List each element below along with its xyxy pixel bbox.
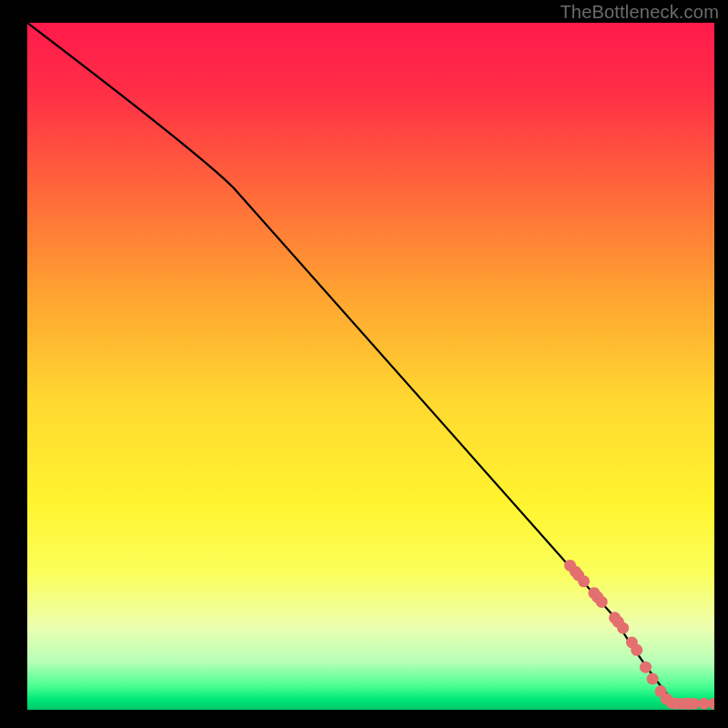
scatter-point bbox=[596, 596, 608, 608]
chart-frame: TheBottleneck.com bbox=[0, 0, 728, 728]
scatter-point bbox=[617, 622, 629, 634]
scatter-point bbox=[647, 673, 659, 685]
scatter-point bbox=[578, 575, 590, 587]
scatter-point bbox=[640, 662, 652, 673]
scatter-point bbox=[631, 644, 642, 656]
gradient-background bbox=[27, 23, 714, 710]
scatter-point bbox=[688, 698, 700, 710]
watermark-text: TheBottleneck.com bbox=[560, 2, 719, 23]
scatter-point bbox=[698, 698, 710, 710]
plot-area bbox=[27, 23, 714, 710]
chart-svg bbox=[27, 23, 714, 710]
